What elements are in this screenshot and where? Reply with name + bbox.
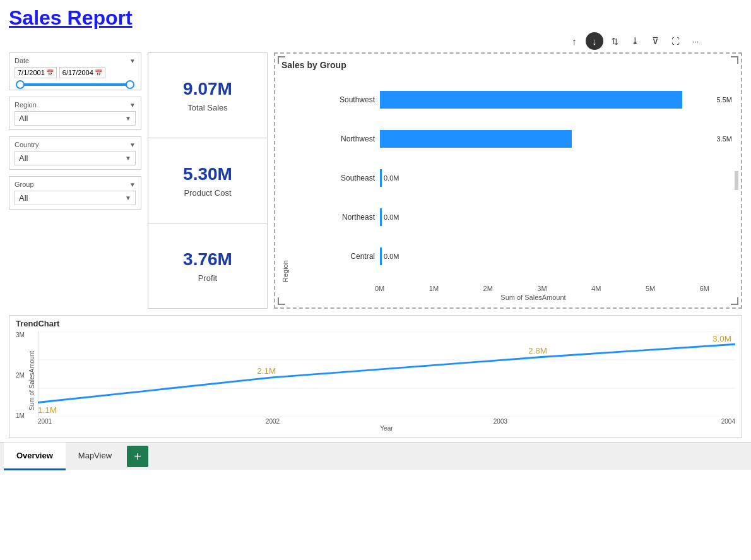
region-chevron-icon[interactable]: ▼ (129, 102, 136, 109)
country-filter: Country ▼ All ▼ (9, 136, 141, 170)
x-tick-3m: 3M (537, 285, 547, 292)
bar-northwest (380, 130, 572, 148)
bar-southeast (380, 169, 382, 187)
fullscreen-button[interactable]: ⛶ (666, 32, 684, 50)
trend-x-2002: 2002 (266, 418, 280, 425)
profit-value: 3.76M (183, 249, 232, 270)
x-tick-0m: 0M (375, 285, 384, 292)
region-dropdown[interactable]: All ▼ (15, 111, 136, 126)
filter-button[interactable]: ⊽ (646, 32, 664, 50)
group-filter: Group ▼ All ▼ (9, 176, 141, 210)
bar-northeast (380, 208, 382, 226)
svg-text:2.1M: 2.1M (257, 367, 276, 376)
trend-y-1m: 1M (16, 412, 25, 419)
tab-add-button[interactable]: + (127, 446, 148, 467)
page-title: Sales Report (9, 6, 742, 30)
trend-x-2003: 2003 (494, 418, 507, 425)
tab-overview[interactable]: Overview (4, 443, 66, 470)
date-chevron-icon[interactable]: ▼ (129, 57, 136, 64)
total-sales-label: Total Sales (187, 103, 228, 112)
group-chevron-icon[interactable]: ▼ (129, 181, 136, 188)
trend-y-3m: 3M (16, 331, 25, 338)
table-row: Southwest 5.5M (329, 91, 709, 109)
bar-value-southeast: 0.0M (384, 174, 399, 182)
slider-left-thumb[interactable] (16, 80, 25, 89)
x-tick-2m: 2M (483, 285, 493, 292)
group-dropdown[interactable]: All ▼ (15, 191, 136, 205)
profit-label: Profit (198, 273, 217, 283)
trend-y-axis-label: Sum of SalesAmount (28, 351, 35, 410)
country-chevron-icon[interactable]: ▼ (129, 141, 136, 148)
bar-label-northeast: Northeast (329, 213, 375, 222)
bar-chart-x-axis-label: Sum of SalesAmount (332, 294, 735, 301)
table-row: Northeast 0.0M (329, 208, 709, 226)
x-tick-5m: 5M (646, 285, 655, 292)
country-value-chevron-icon: ▼ (125, 155, 131, 162)
x-tick-4m: 4M (591, 285, 601, 292)
product-cost-label: Product Cost (184, 188, 231, 198)
date-end-input[interactable]: 6/17/2004 📅 (59, 67, 105, 78)
product-cost-card: 5.30M Product Cost (148, 138, 267, 223)
svg-text:3.0M: 3.0M (713, 334, 731, 343)
bar-value-southwest: 5.5M (717, 96, 732, 104)
table-row: Northwest 3.5M (329, 130, 709, 148)
slider-right-thumb[interactable] (126, 80, 134, 89)
bar-label-northwest: Northwest (329, 134, 375, 143)
bar-value-northeast: 0.0M (384, 213, 399, 221)
trend-y-2m: 2M (16, 372, 25, 379)
bar-label-southwest: Southwest (329, 95, 375, 104)
table-row: Southeast 0.0M (329, 169, 709, 187)
date-filter: Date ▼ 7/1/2001 📅 6/17/2004 📅 (9, 52, 141, 90)
more-options-button[interactable]: ··· (687, 32, 704, 50)
total-sales-card: 9.07M Total Sales (148, 53, 267, 138)
bar-label-southeast: Southeast (329, 174, 375, 182)
expand-button[interactable]: ⤓ (626, 32, 644, 50)
group-value-chevron-icon: ▼ (125, 194, 131, 201)
bar-chart-y-axis-label: Region (281, 74, 289, 282)
trend-chart-title: TrendChart (9, 316, 742, 331)
x-tick-1m: 1M (429, 285, 439, 292)
country-filter-label: Country (15, 141, 39, 148)
bar-central (380, 247, 382, 265)
trend-x-2001: 2001 (38, 418, 52, 425)
svg-text:2.8M: 2.8M (528, 346, 547, 355)
date-filter-label: Date (15, 57, 29, 64)
x-tick-6m: 6M (700, 285, 709, 292)
bar-value-central: 0.0M (384, 253, 399, 260)
trend-chart-panel: TrendChart 3M 2M 1M Sum of SalesAmount (9, 315, 742, 438)
total-sales-value: 9.07M (183, 79, 232, 99)
sort-both-button[interactable]: ⇅ (606, 32, 624, 50)
country-dropdown[interactable]: All ▼ (15, 151, 136, 165)
date-start-input[interactable]: 7/1/2001 📅 (15, 67, 57, 78)
trend-x-axis-label: Year (38, 425, 735, 432)
product-cost-value: 5.30M (183, 164, 232, 184)
tab-bar: Overview MapView + (0, 442, 751, 470)
bar-chart-panel: Sales by Group Region Southwest 5.5M (274, 52, 742, 309)
profit-card: 3.76M Profit (148, 223, 267, 308)
trend-x-2004: 2004 (721, 418, 735, 425)
sort-desc-button[interactable]: ↓ (586, 32, 603, 50)
bar-label-central: Central (329, 252, 375, 261)
svg-text:1.1M: 1.1M (38, 406, 57, 415)
region-filter: Region ▼ All ▼ (9, 97, 141, 130)
group-filter-label: Group (15, 181, 34, 188)
bar-value-northwest: 3.5M (717, 135, 732, 143)
region-value-chevron-icon: ▼ (125, 115, 131, 122)
region-filter-label: Region (15, 101, 37, 109)
sort-asc-button[interactable]: ↑ (565, 32, 583, 50)
bar-chart-title: Sales by Group (281, 60, 735, 70)
table-row: Central 0.0M (329, 247, 709, 265)
tab-mapview[interactable]: MapView (66, 443, 124, 470)
bar-southwest (380, 91, 682, 109)
